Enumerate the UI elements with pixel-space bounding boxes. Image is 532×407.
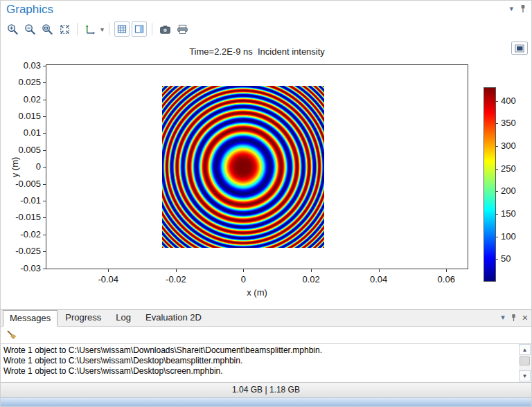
grid-icon bbox=[116, 24, 127, 35]
y-tick bbox=[43, 251, 46, 252]
message-scrollbar[interactable]: ▲ ▼ bbox=[519, 344, 531, 381]
view-dropdown-icon[interactable]: ▾ bbox=[100, 26, 104, 33]
y-tick bbox=[43, 116, 46, 117]
y-tick-label: -0.03 bbox=[10, 263, 41, 273]
colorbar-tick-label: 250 bbox=[501, 163, 529, 174]
message-line: Wrote 1 object to C:\Users\wissam\Deskto… bbox=[3, 366, 531, 377]
x-tick bbox=[108, 269, 109, 272]
close-icon[interactable]: × bbox=[522, 314, 528, 322]
y-tick-label: -0.02 bbox=[10, 229, 41, 239]
colorbar bbox=[484, 87, 496, 282]
pin-icon[interactable] bbox=[510, 314, 517, 322]
zoom-out-button[interactable] bbox=[22, 21, 37, 37]
colorbar-tick-label: 350 bbox=[501, 118, 529, 128]
colorbar-tick-label: 50 bbox=[501, 253, 529, 264]
progress-strip bbox=[1, 397, 531, 407]
toolbar-separator bbox=[109, 23, 109, 35]
status-bar: 1.04 GB | 1.18 GB bbox=[1, 382, 531, 397]
colorbar-tick-label: 100 bbox=[501, 231, 529, 242]
x-tick-label: -0.04 bbox=[87, 274, 129, 284]
y-tick bbox=[43, 201, 46, 201]
tab-evaluation-2d[interactable]: Evaluation 2D bbox=[139, 309, 209, 326]
tab-messages[interactable]: Messages bbox=[3, 310, 57, 327]
y-tick bbox=[43, 66, 46, 66]
colorbar-tick bbox=[496, 214, 498, 215]
y-tick-label: 0 bbox=[10, 161, 41, 172]
y-tick-label: 0.02 bbox=[10, 94, 41, 105]
toolbar-separator bbox=[77, 23, 78, 35]
y-tick-label: 0.03 bbox=[10, 60, 41, 71]
y-tick-label: 0.005 bbox=[10, 145, 41, 155]
colorbar-tick bbox=[496, 237, 498, 237]
y-tick-label: -0.025 bbox=[10, 246, 41, 256]
x-tick-label: 0.06 bbox=[425, 274, 467, 284]
message-list: Wrote 1 object to C:\Users\wissam\Downlo… bbox=[1, 343, 531, 382]
print-button[interactable] bbox=[175, 21, 190, 37]
graphics-toolbar: ▾ bbox=[1, 20, 531, 38]
memory-usage: 1.04 GB | 1.18 GB bbox=[232, 385, 300, 395]
y-tick-label: 0.015 bbox=[10, 111, 41, 121]
default-view-button[interactable] bbox=[82, 21, 98, 37]
y-tick bbox=[43, 82, 46, 83]
zoom-box-icon bbox=[42, 24, 53, 35]
zoom-out-icon bbox=[24, 24, 36, 35]
show-legends-button[interactable] bbox=[132, 21, 147, 37]
x-tick bbox=[311, 269, 312, 272]
legends-icon bbox=[134, 24, 145, 35]
colorbar-tick bbox=[496, 101, 498, 102]
message-line: Wrote 1 object to C:\Users\wissam\Downlo… bbox=[3, 345, 531, 356]
messages-toolbar bbox=[1, 327, 531, 343]
zoom-extents-button[interactable] bbox=[57, 21, 72, 37]
scrollbar-thumb[interactable] bbox=[520, 356, 530, 365]
x-tick bbox=[176, 269, 177, 272]
tab-log[interactable]: Log bbox=[109, 309, 138, 326]
x-tick-label: 0 bbox=[222, 274, 264, 284]
colorbar-tick-label: 150 bbox=[501, 208, 529, 219]
panel-header: Graphics ▾ bbox=[1, 1, 531, 20]
y-tick bbox=[43, 133, 46, 134]
axis-orientation-icon bbox=[85, 24, 96, 35]
broom-icon bbox=[6, 329, 17, 341]
colorbar-tick-label: 300 bbox=[501, 141, 529, 151]
y-tick-label: 0.025 bbox=[10, 77, 41, 87]
colorbar-tick bbox=[496, 146, 498, 147]
messages-tab-bar: Messages Progress Log Evaluation 2D ▾ × bbox=[1, 310, 531, 327]
colorbar-tick-label: 200 bbox=[501, 186, 529, 196]
scroll-up-icon[interactable]: ▲ bbox=[519, 344, 531, 355]
x-tick bbox=[446, 269, 447, 272]
plot-window-button[interactable] bbox=[511, 42, 528, 55]
plot-title: Time=2.2E-9 ns Incident intensity bbox=[46, 46, 468, 57]
plot-window-icon bbox=[515, 44, 524, 53]
x-tick-label: 0.02 bbox=[290, 274, 332, 284]
image-snapshot-button[interactable] bbox=[157, 21, 172, 37]
y-tick bbox=[43, 100, 46, 100]
y-tick bbox=[43, 235, 46, 235]
y-tick bbox=[43, 184, 46, 185]
y-tick bbox=[43, 217, 46, 218]
show-grid-button[interactable] bbox=[114, 21, 130, 37]
colorbar-tick bbox=[496, 169, 498, 170]
camera-icon bbox=[159, 24, 171, 35]
printer-icon bbox=[177, 24, 188, 35]
colorbar-tick-label: 400 bbox=[501, 96, 529, 106]
surface-plot[interactable] bbox=[162, 86, 324, 248]
chevron-down-icon[interactable]: ▾ bbox=[501, 313, 505, 322]
y-tick-label: -0.015 bbox=[10, 212, 41, 222]
x-tick bbox=[243, 269, 244, 272]
chevron-down-icon[interactable]: ▾ bbox=[509, 4, 513, 13]
clear-messages-button[interactable] bbox=[4, 327, 19, 343]
colorbar-tick bbox=[496, 259, 498, 260]
x-axis-label: x (m) bbox=[46, 287, 468, 298]
y-tick bbox=[43, 269, 46, 269]
zoom-extents-icon bbox=[59, 24, 71, 35]
x-tick-label: 0.04 bbox=[358, 274, 400, 284]
y-tick-label: -0.01 bbox=[10, 195, 41, 206]
pin-icon[interactable] bbox=[519, 4, 527, 13]
scroll-down-icon[interactable]: ▼ bbox=[519, 370, 531, 381]
zoom-in-button[interactable] bbox=[5, 21, 20, 37]
tab-progress[interactable]: Progress bbox=[58, 309, 108, 326]
colorbar-tick bbox=[496, 191, 498, 192]
toolbar-separator bbox=[152, 23, 152, 35]
x-tick-label: -0.02 bbox=[155, 274, 197, 284]
zoom-box-button[interactable] bbox=[39, 21, 55, 37]
